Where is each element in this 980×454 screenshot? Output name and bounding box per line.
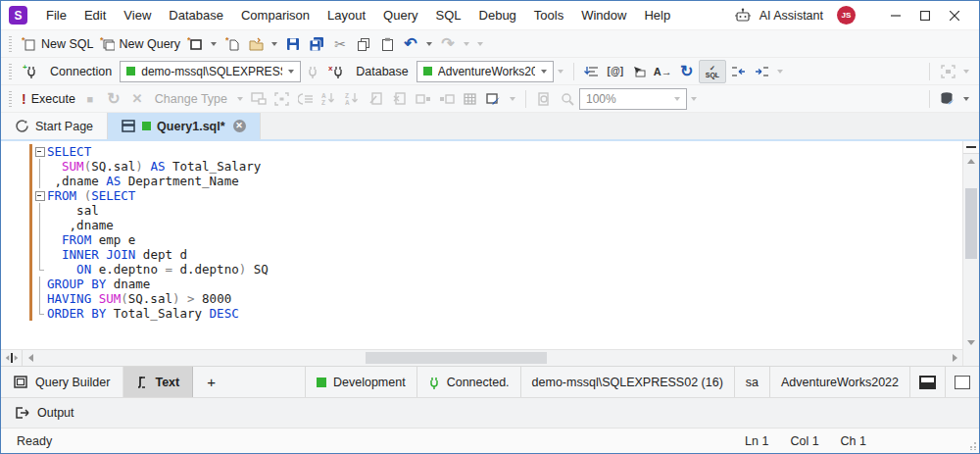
chart-designer-button[interactable] — [482, 87, 506, 111]
cut-button[interactable]: ✂ — [328, 32, 352, 56]
vertical-scroll-thumb[interactable] — [965, 188, 977, 258]
horizontal-scrollbar[interactable] — [1, 349, 962, 366]
menu-database[interactable]: Database — [160, 3, 232, 27]
menu-comparison[interactable]: Comparison — [232, 3, 318, 27]
full-screen-dropdown[interactable] — [963, 70, 969, 74]
sort-descending-button[interactable]: Z A — [341, 87, 365, 111]
menu-query[interactable]: Query — [374, 3, 426, 27]
vertical-split-button[interactable] — [1, 350, 23, 366]
edit-records-button[interactable] — [365, 87, 388, 111]
code-line[interactable]: HAVING SUM(SQ.sal) > 8000 — [34, 291, 962, 306]
code-line[interactable]: ,dname AS Department_Name — [34, 174, 962, 188]
code-line[interactable]: sal — [34, 203, 962, 218]
results-pane-button[interactable] — [247, 87, 270, 111]
increase-indent-button[interactable] — [750, 60, 773, 83]
new-sql-button[interactable]: * New SQL — [19, 32, 97, 56]
decrease-indent-button[interactable] — [726, 60, 750, 83]
magnifier-button[interactable] — [556, 87, 579, 111]
user-avatar[interactable]: JS — [837, 6, 856, 25]
vertical-scrollbar[interactable] — [962, 141, 979, 366]
menu-edit[interactable]: Edit — [75, 3, 115, 27]
edit-database-button[interactable] — [936, 87, 959, 111]
fold-collapse-icon[interactable] — [34, 188, 47, 203]
code-line[interactable]: SUM(SQ.sal) AS Total_Salary — [34, 159, 962, 174]
validate-sql-button[interactable]: ✓ SQL — [699, 60, 726, 83]
data-overflow-dropdown[interactable] — [510, 97, 515, 101]
full-editor-toggle[interactable] — [945, 367, 979, 397]
code-line[interactable]: FROM emp e — [34, 232, 962, 247]
bottom-panel-toggle[interactable] — [909, 367, 945, 397]
parameters-button[interactable]: [@] — [604, 60, 627, 83]
cancel-button[interactable]: ✕ — [125, 87, 149, 111]
user-info[interactable]: sa — [734, 367, 769, 397]
redo-dropdown[interactable] — [464, 42, 469, 46]
code-line[interactable]: ORDER BY Total_Salary DESC — [34, 306, 962, 321]
first-record-button[interactable] — [412, 87, 435, 111]
new-query-button[interactable]: * New Query — [97, 32, 184, 56]
output-panel-tab[interactable]: Output — [1, 397, 979, 428]
group-by-button[interactable] — [294, 87, 318, 111]
find-in-document-button[interactable] — [532, 87, 556, 111]
code-line[interactable]: INNER JOIN dept d — [34, 247, 962, 262]
change-type-dropdown[interactable] — [237, 97, 243, 101]
tab-query-builder[interactable]: Query Builder — [1, 367, 123, 397]
menu-tools[interactable]: Tools — [525, 3, 572, 27]
code-line[interactable]: FROM (SELECT — [34, 188, 962, 203]
scroll-right-arrow[interactable] — [947, 354, 962, 362]
undo-dropdown[interactable] — [426, 42, 432, 46]
window-resize-grip[interactable] — [968, 442, 976, 450]
format-document-button[interactable] — [580, 60, 604, 83]
toolbar-overflow-dropdown[interactable] — [477, 42, 483, 46]
zoom-overflow-dropdown[interactable] — [691, 97, 697, 101]
menu-help[interactable]: Help — [635, 3, 679, 27]
toolbar-grip[interactable] — [9, 36, 12, 52]
horizontal-split-button[interactable] — [963, 141, 979, 154]
code-line[interactable]: SELECT — [34, 144, 962, 159]
server-info[interactable]: demo-mssql\SQLEXPRESS02 (16) — [520, 367, 734, 397]
menu-sql[interactable]: SQL — [427, 3, 470, 27]
environment-category[interactable]: Development — [305, 367, 416, 397]
code-line[interactable]: ,dname — [34, 218, 962, 232]
last-record-button[interactable] — [435, 87, 459, 111]
database-select[interactable]: AdventureWorks20... — [416, 61, 554, 82]
execute-button[interactable]: ! Execute — [19, 87, 78, 111]
menu-view[interactable]: View — [115, 3, 160, 27]
ai-assistant-button[interactable]: AI Assistant — [734, 8, 823, 24]
menu-debug[interactable]: Debug — [470, 3, 525, 27]
zoom-select[interactable]: 100% — [579, 88, 687, 110]
close-button[interactable] — [940, 4, 969, 27]
tab-close-icon[interactable]: ✕ — [233, 120, 246, 132]
open-file-button[interactable] — [244, 32, 268, 56]
discard-changes-button[interactable] — [388, 87, 412, 111]
undo-button[interactable]: ↶ — [399, 32, 422, 56]
open-file-dropdown[interactable] — [271, 42, 277, 46]
minimize-button[interactable] — [881, 4, 910, 27]
new-object-button[interactable]: * — [183, 32, 207, 56]
scroll-down-arrow[interactable] — [967, 335, 975, 350]
connection-select[interactable]: demo-mssql\SQLEXPRESS02 — [120, 61, 301, 82]
tab-text[interactable]: Text — [123, 367, 193, 397]
connect-button[interactable] — [301, 60, 324, 83]
database-info[interactable]: AdventureWorks2022 — [769, 367, 909, 397]
complete-word-button[interactable]: A→ — [651, 60, 675, 83]
paste-button[interactable] — [375, 32, 399, 56]
code-line[interactable]: GROUP BY dname — [34, 277, 962, 291]
maximize-button[interactable] — [910, 4, 940, 27]
stop-button[interactable]: ■ — [78, 87, 102, 111]
scroll-left-arrow[interactable] — [23, 354, 38, 362]
sql-editor[interactable]: SELECT SUM(SQ.sal) AS Total_Salary ,dnam… — [1, 141, 962, 349]
tab-query1[interactable]: Query1.sql* ✕ — [108, 113, 260, 139]
edit-database-dropdown[interactable] — [963, 97, 969, 101]
zoom-fit-button[interactable] — [270, 87, 294, 111]
redo-button[interactable]: ↷ — [436, 32, 460, 56]
menu-window[interactable]: Window — [572, 3, 635, 27]
toolbar-grip[interactable] — [9, 91, 12, 107]
fold-collapse-icon[interactable] — [34, 144, 47, 159]
horizontal-scroll-track[interactable] — [38, 350, 947, 366]
horizontal-scroll-thumb[interactable] — [366, 352, 547, 364]
save-all-button[interactable] — [305, 32, 328, 56]
copy-button[interactable] — [352, 32, 375, 56]
vertical-scroll-track[interactable] — [963, 169, 979, 335]
refresh-code-button[interactable]: ↻ — [675, 60, 699, 83]
sort-ascending-button[interactable]: A Z — [318, 87, 341, 111]
